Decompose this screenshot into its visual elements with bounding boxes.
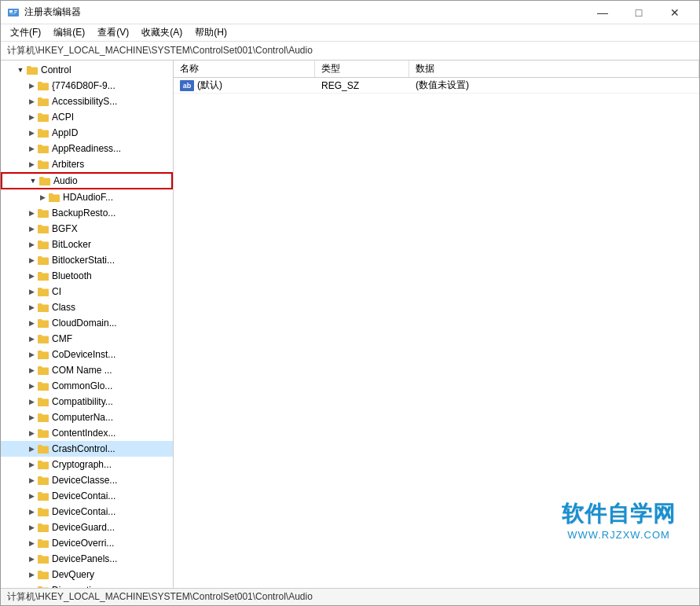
tree-item-cryptograph[interactable]: ▶ Cryptograph... <box>1 457 173 472</box>
folder-icon <box>37 349 49 360</box>
expand-arrow: ▼ <box>27 175 38 186</box>
expand-arrow: ▶ <box>26 506 37 517</box>
menu-edit[interactable]: 编辑(E) <box>47 25 91 41</box>
tree-label: {7746D80F-9... <box>52 80 115 91</box>
expand-arrow: ▶ <box>26 349 37 360</box>
tree-label: HDAudioF... <box>63 192 113 203</box>
app-icon <box>7 6 20 19</box>
tree-item-backuprestore[interactable]: ▶ BackupResto... <box>1 205 173 221</box>
expand-arrow: ▶ <box>26 522 37 533</box>
tree-item-diagnostics[interactable]: ▶ Diagnostics <box>1 582 173 588</box>
expand-arrow: ▶ <box>26 96 37 107</box>
tree-label: DeviceOverri... <box>52 538 114 549</box>
menu-favorites[interactable]: 收藏夹(A) <box>135 25 189 41</box>
svg-rect-4 <box>9 13 16 14</box>
tree-item-deviceguard[interactable]: ▶ DeviceGuard... <box>1 520 173 535</box>
expand-arrow: ▶ <box>26 475 37 486</box>
tree-item-contentindex[interactable]: ▶ ContentIndex... <box>1 425 173 441</box>
tree-item-audio[interactable]: ▼ Audio <box>1 172 173 189</box>
menu-view[interactable]: 查看(V) <box>91 25 135 41</box>
expand-arrow: ▶ <box>26 490 37 501</box>
expand-arrow: ▶ <box>26 223 37 234</box>
expand-arrow: ▶ <box>26 270 37 281</box>
folder-icon <box>37 506 49 517</box>
folder-icon <box>37 80 49 91</box>
svg-rect-1 <box>9 10 13 13</box>
maximize-button[interactable]: □ <box>621 1 657 24</box>
tree-item-appid[interactable]: ▶ AppID <box>1 125 173 141</box>
expand-arrow: ▶ <box>26 569 37 580</box>
svg-rect-2 <box>14 10 17 11</box>
tree-label: AppID <box>52 127 78 138</box>
tree-item-arbiters[interactable]: ▶ Arbiters <box>1 156 173 172</box>
tree-label: BackupResto... <box>52 208 115 219</box>
folder-icon <box>37 159 49 170</box>
status-bar: 计算机\HKEY_LOCAL_MACHINE\SYSTEM\ControlSet… <box>1 588 699 605</box>
folder-icon <box>37 365 49 376</box>
col-header-type: 类型 <box>315 61 409 77</box>
minimize-button[interactable]: — <box>585 1 621 24</box>
tree-item-guid[interactable]: ▶ {7746D80F-9... <box>1 78 173 94</box>
tree-label: Control <box>41 64 71 75</box>
tree-item-cmf[interactable]: ▶ CMF <box>1 331 173 347</box>
title-bar: 注册表编辑器 — □ ✕ <box>1 1 699 24</box>
tree-item-class[interactable]: ▶ Class <box>1 299 173 315</box>
table-body: ab (默认) REG_SZ (数值未设置) <box>174 78 699 588</box>
col-header-data: 数据 <box>409 61 699 77</box>
tree-item-devicepanels[interactable]: ▶ DevicePanels... <box>1 551 173 567</box>
regedit-window: 注册表编辑器 — □ ✕ 文件(F) 编辑(E) 查看(V) 收藏夹(A) 帮助… <box>0 0 700 606</box>
svg-rect-3 <box>14 12 16 13</box>
tree-item-devquery[interactable]: ▶ DevQuery <box>1 567 173 582</box>
registry-value-icon: ab <box>180 80 194 91</box>
tree-item-crashcontrol[interactable]: ▶ CrashControl... <box>1 441 173 457</box>
address-text: 计算机\HKEY_LOCAL_MACHINE\SYSTEM\ControlSet… <box>4 42 316 59</box>
tree-item-devicecontai2[interactable]: ▶ DeviceContai... <box>1 504 173 520</box>
tree-item-clouddomain[interactable]: ▶ CloudDomain... <box>1 315 173 331</box>
tree-label: Arbiters <box>52 159 84 170</box>
tree-label: CommonGlo... <box>52 380 112 391</box>
expand-arrow: ▶ <box>26 380 37 391</box>
tree-item-control[interactable]: ▼ Control <box>1 62 173 78</box>
tree-item-bluetooth[interactable]: ▶ Bluetooth <box>1 268 173 284</box>
menu-help[interactable]: 帮助(H) <box>189 25 233 41</box>
folder-icon <box>37 270 49 281</box>
tree-label: BGFX <box>52 223 78 234</box>
menu-file[interactable]: 文件(F) <box>4 25 47 41</box>
tree-item-compatibility[interactable]: ▶ Compatibility... <box>1 394 173 410</box>
window-title: 注册表编辑器 <box>24 6 585 19</box>
tree-label: AppReadiness... <box>52 143 121 154</box>
expand-arrow: ▶ <box>26 428 37 439</box>
tree-item-deviceoverri[interactable]: ▶ DeviceOverri... <box>1 535 173 551</box>
tree-item-appreadiness[interactable]: ▶ AppReadiness... <box>1 141 173 156</box>
tree-item-ci[interactable]: ▶ CI <box>1 284 173 299</box>
tree-item-devicecontai1[interactable]: ▶ DeviceContai... <box>1 488 173 504</box>
close-button[interactable]: ✕ <box>657 1 693 24</box>
expand-arrow: ▶ <box>26 112 37 123</box>
tree-item-hdaudio[interactable]: ▶ HDAudioF... <box>1 189 173 205</box>
tree-item-deviceclasse[interactable]: ▶ DeviceClasse... <box>1 472 173 488</box>
tree-label: DeviceContai... <box>52 506 115 517</box>
tree-item-comname[interactable]: ▶ COM Name ... <box>1 362 173 378</box>
tree-item-codeviceinst[interactable]: ▶ CoDeviceInst... <box>1 347 173 362</box>
tree-label: AccessibilityS... <box>52 96 117 107</box>
tree-item-acpi[interactable]: ▶ ACPI <box>1 109 173 125</box>
address-bar: 计算机\HKEY_LOCAL_MACHINE\SYSTEM\ControlSet… <box>1 42 699 61</box>
folder-icon <box>37 302 49 313</box>
cell-name: ab (默认) <box>174 78 315 93</box>
tree-item-accessibility[interactable]: ▶ AccessibilityS... <box>1 94 173 109</box>
tree-item-bitlocker[interactable]: ▶ BitLocker <box>1 237 173 252</box>
tree-item-computername[interactable]: ▶ ComputerNa... <box>1 410 173 425</box>
tree-panel[interactable]: ▼ Control ▶ {7746D80F- <box>1 61 174 588</box>
folder-icon <box>37 569 49 580</box>
table-row[interactable]: ab (默认) REG_SZ (数值未设置) <box>174 78 699 94</box>
tree-item-bgfx[interactable]: ▶ BGFX <box>1 221 173 237</box>
folder-icon <box>37 412 49 423</box>
expand-arrow: ▶ <box>26 553 37 564</box>
tree-item-commonglo[interactable]: ▶ CommonGlo... <box>1 378 173 394</box>
expand-arrow: ▶ <box>26 459 37 470</box>
tree-label: CI <box>52 286 61 297</box>
tree-item-bitlockerstatus[interactable]: ▶ BitlockerStati... <box>1 252 173 268</box>
folder-icon <box>37 490 49 501</box>
expand-arrow: ▶ <box>26 396 37 407</box>
expand-arrow: ▼ <box>15 64 26 75</box>
